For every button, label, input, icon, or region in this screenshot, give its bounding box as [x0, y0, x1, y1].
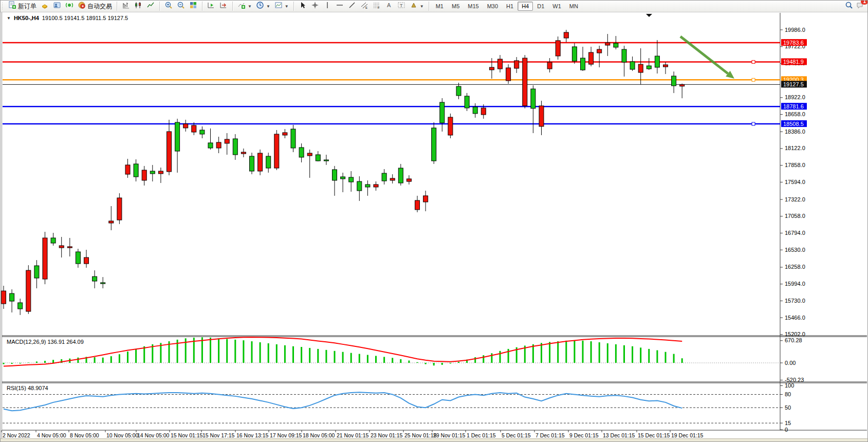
timeframe-toolbar: M1M5M15M30H1H4D1W1MN [430, 1, 584, 12]
dropdown-arrow-icon[interactable]: ▼ [420, 4, 424, 9]
svg-text:18386.0: 18386.0 [785, 128, 805, 135]
text-label-button[interactable]: T [395, 2, 408, 11]
candlestick-chart-icon [134, 1, 142, 11]
auto-trading-button[interactable]: 自动交易 [76, 2, 114, 11]
chart-shift-button[interactable] [217, 2, 230, 11]
svg-text:18122.0: 18122.0 [785, 145, 805, 151]
timeframe-button-mn[interactable]: MN [565, 2, 582, 11]
timeframe-button-w1[interactable]: W1 [548, 2, 565, 11]
svg-text:10 Nov 05:00: 10 Nov 05:00 [106, 432, 139, 438]
timeframe-button-d1[interactable]: D1 [533, 2, 548, 11]
timeframe-button-m5[interactable]: M5 [448, 2, 464, 11]
toolbar-group [161, 1, 201, 12]
svg-text:18508.5: 18508.5 [783, 121, 804, 127]
svg-text:100: 100 [785, 382, 794, 389]
dropdown-arrow-icon[interactable]: ▼ [285, 4, 289, 9]
dropdown-arrow-icon[interactable]: ▼ [248, 4, 252, 9]
line-chart-button[interactable] [144, 2, 157, 11]
mt4-terminal-window: 新订单自动交易▼▼▼EFAT▼M1M5M15M30H1H4D1W1MN1 ▼ H… [0, 0, 868, 442]
templates-button[interactable]: ▼ [272, 2, 291, 11]
rsi-level-lines [3, 394, 780, 423]
price-axis[interactable]: 19986.019722.019458.018922.018658.018386… [780, 27, 805, 338]
svg-text:17322.0: 17322.0 [785, 196, 805, 202]
svg-text:17058.0: 17058.0 [785, 213, 805, 219]
auto-scroll-button[interactable] [205, 2, 217, 11]
auto-trading-icon [78, 1, 86, 11]
chart-shift-icon [219, 1, 228, 11]
text-button[interactable]: A [383, 2, 395, 11]
line-handle[interactable] [752, 78, 755, 81]
cursor-button[interactable] [297, 2, 309, 11]
svg-text:8 Nov 05:00: 8 Nov 05:00 [70, 432, 99, 438]
svg-text:16 Nov 13:15: 16 Nov 13:15 [236, 432, 269, 438]
vertical-line-icon [323, 1, 331, 11]
timeframe-button-h4[interactable]: H4 [518, 2, 533, 11]
new-order-button[interactable]: 新订单 [6, 2, 39, 11]
window-bottom-edge [1, 438, 868, 442]
main-toolbar: 新订单自动交易▼▼▼EFAT▼M1M5M15M30H1H4D1W1MN1 [1, 1, 868, 12]
navigator-button[interactable] [51, 2, 63, 11]
indicators-button[interactable]: ▼ [235, 2, 254, 11]
navigator-icon [53, 1, 61, 11]
periods-button[interactable]: ▼ [254, 2, 272, 11]
svg-text:29 Nov 01:15: 29 Nov 01:15 [433, 432, 466, 438]
scroll-position-marker[interactable] [646, 14, 652, 17]
arrows-button[interactable]: ▼ [408, 2, 426, 11]
svg-text:17858.0: 17858.0 [785, 162, 805, 168]
cursor-icon [299, 1, 307, 11]
zoom-out-button[interactable] [175, 2, 187, 11]
toolbar-separator [429, 2, 429, 11]
toolbar-group [118, 1, 158, 12]
toolbar-group: EFAT▼ [295, 1, 428, 12]
chart-canvas[interactable]: 19986.019722.019458.018922.018658.018386… [1, 1, 868, 442]
svg-text:80: 80 [785, 391, 791, 397]
vertical-line-button[interactable] [321, 2, 334, 11]
timeframe-button-h1[interactable]: H1 [502, 2, 518, 11]
svg-text:19127.5: 19127.5 [783, 81, 804, 87]
candlestick-chart-button[interactable] [132, 2, 144, 11]
svg-text:18 Nov 05:00: 18 Nov 05:00 [303, 432, 335, 438]
search-icon[interactable] [845, 1, 853, 11]
time-axis[interactable]: 2 Nov 20224 Nov 05:008 Nov 05:0010 Nov 0… [2, 430, 704, 438]
equidistant-channel-button[interactable]: E [358, 2, 371, 11]
svg-text:0.00: 0.00 [785, 360, 796, 366]
chart-collapse-icon[interactable]: ▼ [7, 16, 11, 21]
horizontal-line-button[interactable] [334, 2, 346, 11]
horizontal-line-icon [336, 1, 344, 11]
arrows-icon [410, 1, 418, 11]
svg-text:17 Nov 09:15: 17 Nov 09:15 [270, 432, 302, 438]
zoom-in-button[interactable] [162, 2, 175, 11]
new-order-label: 新订单 [18, 2, 36, 11]
toolbar-group [204, 1, 231, 12]
horizontal-price-lines[interactable] [3, 43, 780, 125]
crosshair-button[interactable] [309, 2, 321, 11]
notification-count-badge: 1 [861, 0, 868, 5]
timeframe-button-m30[interactable]: M30 [483, 2, 502, 11]
new-order-icon [8, 1, 16, 11]
line-handle[interactable] [752, 60, 755, 63]
fibonacci-button[interactable]: F [371, 2, 383, 11]
timeframe-button-m15[interactable]: M15 [464, 2, 483, 11]
timeframe-button-m1[interactable]: M1 [432, 2, 448, 11]
line-handle[interactable] [752, 122, 755, 125]
notifications-icon[interactable]: 1 [856, 1, 864, 11]
indicators-icon [237, 1, 246, 11]
toolbar-drag-handle[interactable] [2, 2, 4, 10]
svg-text:19783.6: 19783.6 [783, 40, 804, 46]
tile-windows-button[interactable] [187, 2, 199, 11]
signal-button[interactable] [63, 2, 76, 11]
svg-text:16258.0: 16258.0 [785, 264, 805, 270]
dropdown-arrow-icon[interactable]: ▼ [266, 4, 270, 9]
templates-icon [274, 1, 283, 11]
bar-chart-button[interactable] [120, 2, 132, 11]
quotes-button[interactable] [39, 2, 51, 11]
svg-text:15466.0: 15466.0 [785, 315, 805, 321]
svg-text:15 Dec 01:15: 15 Dec 01:15 [638, 432, 670, 438]
svg-text:15 Nov 17:15: 15 Nov 17:15 [202, 432, 235, 438]
svg-text:5 Dec 01:15: 5 Dec 01:15 [502, 432, 531, 438]
svg-text:50: 50 [785, 404, 791, 411]
trendline-button[interactable] [346, 2, 358, 11]
svg-text:19481.9: 19481.9 [783, 59, 804, 65]
svg-text:15994.0: 15994.0 [785, 281, 805, 287]
toolbar-group: 新订单自动交易 [5, 1, 116, 12]
